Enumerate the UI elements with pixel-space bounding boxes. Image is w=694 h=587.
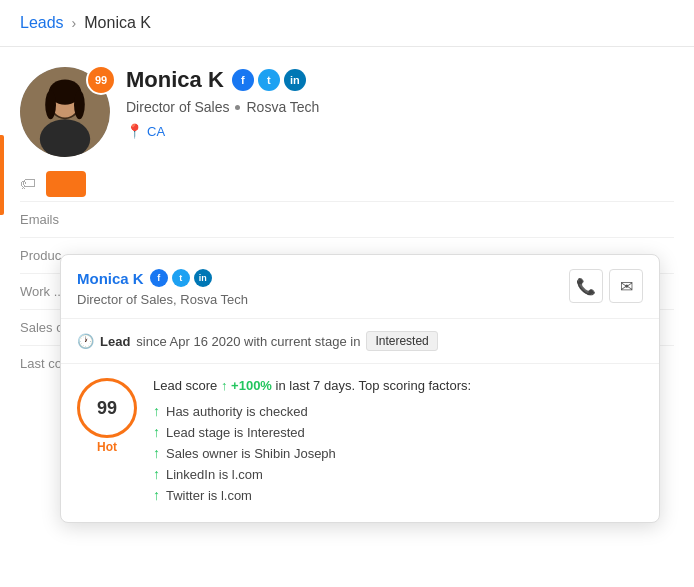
profile-company: Rosva Tech — [246, 99, 319, 115]
linkedin-icon[interactable]: in — [284, 69, 306, 91]
profile-location-text: CA — [147, 124, 165, 139]
tag-icon: 🏷 — [20, 175, 36, 193]
popup-card: Monica K f t in Director of Sales, Rosva… — [60, 254, 660, 523]
location-icon: 📍 — [126, 123, 143, 139]
breadcrumb-chevron-icon: › — [72, 15, 77, 31]
profile-location: 📍 CA — [126, 123, 674, 139]
score-period: in last 7 days. Top scoring factors: — [276, 378, 472, 393]
clock-icon: 🕐 — [77, 333, 94, 349]
twitter-icon[interactable]: t — [258, 69, 280, 91]
score-factor-3: Sales owner is Shibin Joseph — [166, 446, 336, 461]
score-percent: +100% — [231, 378, 272, 393]
phone-icon: 📞 — [576, 277, 596, 296]
up-arrow-icon: ↑ — [221, 378, 231, 393]
score-circle-container: 99 Hot — [77, 378, 137, 454]
score-factor-1: Has authority is checked — [166, 404, 308, 419]
arrow-up-icon-3: ↑ — [153, 445, 160, 461]
popup-lead-info-row: 🕐 Lead since Apr 16 2020 with current st… — [61, 319, 659, 364]
profile-info: Monica K f t in Director of Sales Rosva … — [126, 67, 674, 139]
popup-facebook-icon[interactable]: f — [150, 269, 168, 287]
phone-button[interactable]: 📞 — [569, 269, 603, 303]
emails-label: Emails — [20, 212, 100, 227]
popup-linkedin-icon[interactable]: in — [194, 269, 212, 287]
profile-name-row: Monica K f t in — [126, 67, 674, 93]
score-circle: 99 — [77, 378, 137, 438]
score-item-2: ↑ Lead stage is Interested — [153, 424, 643, 440]
score-headline: Lead score ↑ +100% in last 7 days. Top s… — [153, 378, 643, 393]
popup-header: Monica K f t in Director of Sales, Rosva… — [61, 255, 659, 319]
svg-point-2 — [40, 119, 90, 157]
score-factor-5: Twitter is l.com — [166, 488, 252, 503]
score-factor-4: LinkedIn is l.com — [166, 467, 263, 482]
popup-lead-since-text: since Apr 16 2020 with current stage in — [136, 334, 360, 349]
profile-job-title: Director of Sales — [126, 99, 229, 115]
score-badge: 99 — [86, 65, 116, 95]
hot-label: Hot — [97, 440, 117, 454]
popup-subtitle: Director of Sales, Rosva Tech — [77, 292, 248, 307]
emails-field-row: Emails — [20, 201, 674, 237]
popup-score-section: 99 Hot Lead score ↑ +100% in last 7 days… — [61, 364, 659, 522]
profile-title: Director of Sales Rosva Tech — [126, 99, 674, 115]
score-factor-2: Lead stage is Interested — [166, 425, 305, 440]
score-details: Lead score ↑ +100% in last 7 days. Top s… — [153, 378, 643, 508]
profile-section: 99 Monica K f t in Director of Sales Ros… — [0, 47, 694, 167]
svg-point-5 — [45, 90, 56, 119]
email-button[interactable]: ✉ — [609, 269, 643, 303]
arrow-up-icon-1: ↑ — [153, 403, 160, 419]
dot-separator — [235, 105, 240, 110]
popup-social-icons: f t in — [150, 269, 212, 287]
score-item-1: ↑ Has authority is checked — [153, 403, 643, 419]
popup-contact-info: Monica K f t in Director of Sales, Rosva… — [77, 269, 248, 308]
email-icon: ✉ — [620, 277, 633, 296]
svg-point-6 — [74, 90, 85, 119]
facebook-icon[interactable]: f — [232, 69, 254, 91]
score-item-4: ↑ LinkedIn is l.com — [153, 466, 643, 482]
score-headline-text: Lead score — [153, 378, 217, 393]
popup-contact-name[interactable]: Monica K — [77, 270, 144, 287]
popup-name-row: Monica K f t in — [77, 269, 248, 287]
highlight-bar — [0, 135, 4, 215]
interested-badge: Interested — [366, 331, 437, 351]
score-item-3: ↑ Sales owner is Shibin Joseph — [153, 445, 643, 461]
score-item-5: ↑ Twitter is l.com — [153, 487, 643, 503]
arrow-up-icon-5: ↑ — [153, 487, 160, 503]
popup-actions: 📞 ✉ — [569, 269, 643, 303]
popup-twitter-icon[interactable]: t — [172, 269, 190, 287]
avatar-container: 99 — [20, 67, 110, 157]
arrow-up-icon-4: ↑ — [153, 466, 160, 482]
breadcrumb: Leads › Monica K — [0, 0, 694, 47]
breadcrumb-current: Monica K — [84, 14, 151, 32]
breadcrumb-leads-link[interactable]: Leads — [20, 14, 64, 32]
arrow-up-icon-2: ↑ — [153, 424, 160, 440]
lead-bold-text: Lead — [100, 334, 130, 349]
social-icons: f t in — [232, 69, 306, 91]
tag-placeholder — [46, 171, 86, 197]
profile-name: Monica K — [126, 67, 224, 93]
